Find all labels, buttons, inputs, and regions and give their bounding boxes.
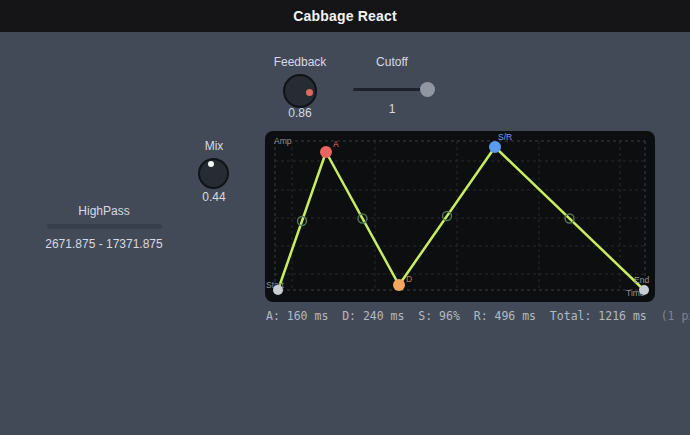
- envelope-point-sustain-release[interactable]: [489, 141, 501, 153]
- envelope-point-decay[interactable]: [393, 279, 405, 291]
- amp-axis-label: Amp: [274, 136, 292, 146]
- envelope-point-label-decay: D: [406, 274, 412, 284]
- envelope-status-text: A: 160 ms D: 240 ms S: 96% R: 496 ms Tot…: [266, 309, 690, 323]
- mix-label: Mix: [174, 139, 254, 153]
- envelope-point-label-end: End: [634, 275, 649, 285]
- envelope-graph[interactable]: AmpTimeStartADS/REnd: [265, 131, 655, 302]
- envelope-point-label-sustain-release: S/R: [498, 132, 512, 142]
- plugin-window: Cabbage React Feedback 0.86 Cutoff 1 Mix…: [0, 0, 690, 435]
- mix-knob[interactable]: [198, 158, 229, 189]
- titlebar: Cabbage React: [0, 0, 690, 32]
- envelope-point-end[interactable]: [639, 285, 649, 295]
- cutoff-slider-thumb[interactable]: [420, 82, 435, 97]
- feedback-knob[interactable]: [283, 74, 317, 108]
- app-title: Cabbage React: [293, 8, 397, 24]
- feedback-value: 0.86: [260, 106, 340, 120]
- mix-value: 0.44: [174, 190, 254, 204]
- mix-knob-indicator: [208, 161, 214, 167]
- feedback-label: Feedback: [260, 55, 340, 69]
- envelope-point-label-attack: A: [333, 139, 339, 149]
- envelope-status-note: (1 px = 2 ms): [647, 309, 690, 323]
- envelope-point-attack[interactable]: [320, 146, 332, 158]
- feedback-knob-indicator: [306, 89, 313, 96]
- cutoff-label: Cutoff: [352, 55, 432, 69]
- highpass-label: HighPass: [45, 204, 163, 218]
- cutoff-value: 1: [352, 102, 432, 116]
- highpass-value: 2671.875 - 17371.875: [25, 237, 183, 251]
- envelope-editor-panel[interactable]: AmpTimeStartADS/REnd: [265, 131, 655, 302]
- envelope-status-main: A: 160 ms D: 240 ms S: 96% R: 496 ms Tot…: [266, 309, 647, 323]
- highpass-range-slider[interactable]: [47, 224, 162, 229]
- envelope-point-start[interactable]: [273, 285, 283, 295]
